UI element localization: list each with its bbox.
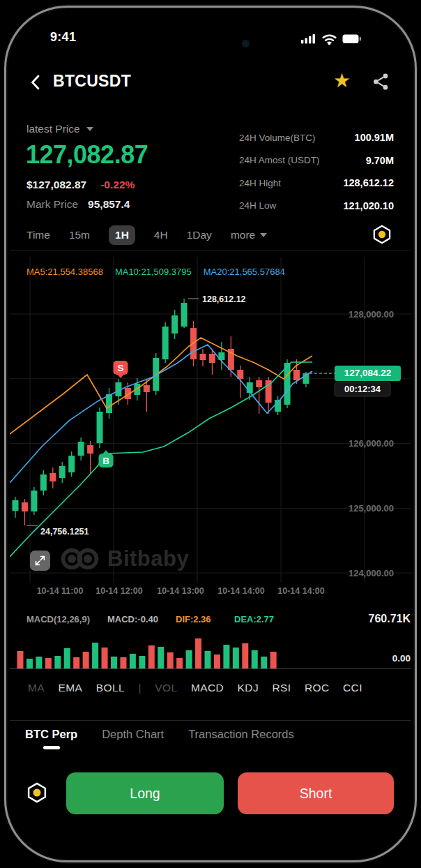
macd-volume-pane[interactable]: MACD(12,26,9) MACD:-0.40 DIF:2.36 DEA:2.… (10, 613, 411, 673)
candle-body (49, 473, 56, 481)
price-axis-label: 126,000.00 (349, 438, 394, 449)
watermark: Bitbaby (60, 546, 189, 571)
candlestick-chart[interactable]: 128,612.1224,756.1251SB127,084.2200:12:3… (10, 257, 411, 583)
stat-row: 24H Amost (USDT) 9.70M (239, 149, 394, 172)
indicator-tab-CCI[interactable]: CCI (343, 682, 362, 694)
share-icon[interactable] (372, 73, 390, 91)
candle-body (40, 474, 47, 491)
active-tab-underline (43, 746, 60, 749)
volume-bar (64, 648, 70, 668)
battery-icon (342, 34, 361, 44)
volume-bar (92, 643, 98, 668)
price-type-label: latest Price (26, 123, 80, 135)
stat-value: 121,020.10 (343, 200, 394, 211)
time-axis-label: 10-14 13:00 (147, 586, 214, 596)
volume-bar (158, 647, 164, 668)
indicator-tab-VOL[interactable]: VOL (155, 682, 177, 694)
tab-transaction-records[interactable]: Transaction Records (188, 728, 294, 749)
status-time: 9:41 (50, 30, 76, 45)
favorite-star-icon[interactable]: ★ (333, 70, 351, 92)
indicator-tab-KDJ[interactable]: KDJ (238, 682, 259, 694)
volume-bar (214, 654, 220, 668)
price-axis-label: 128,000.00 (349, 309, 394, 320)
chart-settings-hexagon-icon[interactable] (372, 225, 392, 244)
volume-bar (17, 651, 24, 668)
sell-marker-pin: S (114, 361, 128, 378)
tab-label: Depth Chart (102, 728, 164, 740)
volume-bar (26, 659, 33, 668)
phone-screen: 9:41 (8, 9, 413, 859)
timeframe-1H[interactable]: 1H (109, 225, 135, 245)
indicator-tab-BOLL[interactable]: BOLL (96, 682, 125, 694)
candle-body (22, 502, 28, 511)
long-button[interactable]: Long (66, 772, 224, 814)
stat-value: 128,612.12 (343, 177, 394, 188)
indicator-tab-MACD[interactable]: MACD (191, 682, 224, 694)
timeframe-Time[interactable]: Time (26, 229, 50, 241)
stat-label: 24H Low (239, 200, 276, 211)
volume-bar (167, 652, 174, 668)
candle-body (293, 370, 300, 380)
time-axis-label: 10-14 14:00 (208, 586, 275, 596)
volume-bar (252, 650, 258, 668)
indicator-tab-EMA[interactable]: EMA (58, 682, 82, 694)
stat-row: 24H Low 121,020.10 (239, 195, 394, 218)
timeframe-more[interactable]: more (231, 229, 267, 241)
volume-bar (233, 648, 239, 668)
phone-frame: 9:41 (3, 4, 418, 864)
timeframe-15m[interactable]: 15m (69, 229, 90, 241)
volume-bar (270, 652, 277, 668)
volume-max-label: 760.71K (369, 613, 411, 625)
indicator-tab-ROC[interactable]: ROC (305, 682, 330, 694)
back-button[interactable] (28, 73, 45, 92)
stat-label: 24H Volume(BTC) (239, 133, 316, 143)
timeframe-4H[interactable]: 4H (154, 229, 168, 241)
volume-bar (102, 648, 108, 668)
more-label: more (231, 229, 255, 241)
wifi-icon (321, 33, 337, 45)
short-button[interactable]: Short (238, 772, 394, 814)
volume-bar (36, 657, 42, 668)
front-camera-dot (242, 40, 250, 47)
price-type-selector[interactable]: latest Price (26, 123, 93, 135)
tab-depth-chart[interactable]: Depth Chart (102, 728, 164, 749)
status-icons (301, 32, 396, 46)
tab-label: Transaction Records (188, 728, 294, 740)
stat-label: 24H Hight (239, 178, 281, 188)
tab-btc-perp[interactable]: BTC Perp (25, 728, 77, 749)
change-percent: -0.22% (100, 179, 135, 191)
svg-text:S: S (117, 363, 123, 373)
candle-body (87, 445, 93, 454)
mark-price-value: 95,857.4 (88, 198, 130, 211)
back-chevron-icon (28, 73, 45, 92)
volume-bar (130, 654, 136, 668)
candle-body (162, 327, 169, 359)
price-axis-label: 124,000.00 (349, 568, 394, 578)
candles (13, 299, 309, 525)
order-settings-hexagon-icon[interactable] (26, 782, 47, 803)
candle-body (68, 456, 75, 472)
candle-body (13, 500, 19, 511)
volume-bar (83, 652, 89, 668)
fullscreen-expand-icon[interactable] (30, 551, 50, 571)
candle-body (171, 315, 178, 334)
signal-strength-icon (301, 33, 316, 45)
timeframe-1Day[interactable]: 1Day (187, 229, 212, 241)
current-price-badge: 127,084.2200:12:34 (335, 366, 401, 396)
buy-marker-pin: B (99, 450, 114, 467)
high-price-annotation: 128,612.12 (202, 294, 246, 304)
indicator-tab-RSI[interactable]: RSI (272, 682, 291, 694)
indicator-tab-divider: | (138, 682, 141, 694)
usd-price: $127,082.87 (26, 179, 86, 191)
volume-bar (176, 658, 183, 668)
volume-bar (205, 651, 211, 668)
stats-panel: 24H Volume(BTC) 100.91M 24H Amost (USDT)… (239, 126, 394, 217)
divider (10, 720, 411, 721)
chevron-down-icon (86, 127, 93, 131)
volume-bar (111, 657, 117, 668)
indicator-tab-MA[interactable]: MA (28, 682, 45, 694)
candle-body (78, 442, 84, 456)
stat-label: 24H Amost (USDT) (239, 155, 320, 165)
stat-row: 24H Volume(BTC) 100.91M (239, 126, 394, 149)
volume-bar (242, 643, 248, 668)
